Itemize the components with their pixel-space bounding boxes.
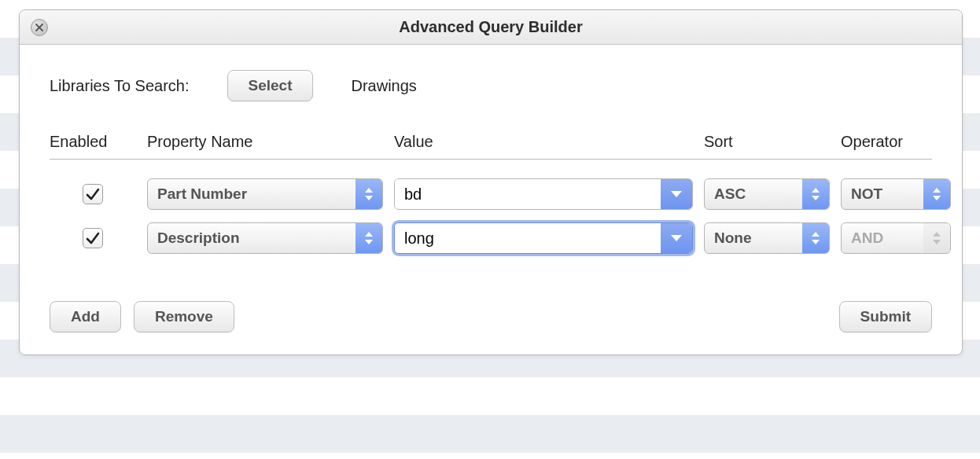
svg-marker-15 (933, 240, 941, 244)
enabled-checkbox[interactable] (83, 228, 103, 248)
select-button-label: Select (249, 77, 293, 94)
sort-select[interactable]: None (704, 222, 830, 254)
stepper-arrows-icon (356, 179, 382, 209)
close-icon (35, 24, 43, 31)
sort-select-value: ASC (705, 179, 802, 209)
column-headers: Enabled Property Name Value Sort Operato… (50, 133, 932, 160)
svg-marker-4 (671, 191, 682, 197)
svg-marker-7 (933, 188, 941, 193)
header-operator: Operator (841, 133, 951, 151)
add-button[interactable]: Add (50, 301, 121, 332)
property-select[interactable]: Description (147, 222, 383, 254)
enabled-cell (50, 184, 136, 204)
libraries-label: Libraries To Search: (50, 77, 190, 95)
svg-marker-13 (812, 240, 820, 244)
svg-marker-12 (812, 232, 820, 237)
header-sort: Sort (704, 133, 830, 151)
svg-marker-14 (933, 232, 941, 237)
stepper-arrows-icon (802, 179, 829, 209)
sort-select[interactable]: ASC (704, 178, 830, 210)
header-property: Property Name (147, 133, 383, 151)
svg-marker-6 (812, 196, 820, 200)
select-libraries-button[interactable]: Select (227, 70, 314, 101)
selected-library: Drawings (351, 77, 416, 95)
add-button-label: Add (71, 308, 100, 325)
dialog-title: Advanced Query Builder (20, 18, 962, 36)
value-combo[interactable] (394, 178, 693, 210)
rows-container: Part NumberASCNOTDescriptionNoneAND (50, 178, 932, 254)
stepper-arrows-icon (923, 223, 950, 253)
svg-marker-11 (671, 235, 682, 241)
operator-select: AND (841, 222, 951, 254)
enabled-cell (50, 228, 136, 248)
stepper-arrows-icon (356, 223, 382, 253)
svg-marker-2 (365, 188, 373, 193)
enabled-checkbox[interactable] (83, 184, 103, 204)
svg-marker-3 (365, 196, 373, 200)
svg-marker-10 (365, 240, 373, 244)
remove-button-label: Remove (155, 308, 213, 325)
value-dropdown-button[interactable] (661, 179, 692, 209)
property-select-value: Part Number (148, 179, 356, 209)
stepper-arrows-icon (802, 223, 829, 253)
stepper-arrows-icon (923, 179, 950, 209)
value-dropdown-button[interactable] (661, 223, 692, 253)
svg-marker-5 (812, 188, 820, 193)
value-input[interactable] (395, 223, 661, 253)
operator-select[interactable]: NOT (841, 178, 951, 210)
value-combo[interactable] (394, 222, 693, 254)
operator-select-value: AND (842, 223, 923, 253)
value-input[interactable] (395, 179, 661, 209)
libraries-row: Libraries To Search: Select Drawings (50, 70, 932, 101)
svg-marker-8 (933, 196, 941, 200)
dialog-window: Advanced Query Builder Libraries To Sear… (19, 9, 963, 355)
close-button[interactable] (31, 19, 48, 36)
submit-button[interactable]: Submit (839, 301, 932, 332)
criteria-row: DescriptionNoneAND (50, 222, 932, 254)
header-value: Value (394, 133, 693, 151)
remove-button[interactable]: Remove (134, 301, 234, 332)
criteria-row: Part NumberASCNOT (50, 178, 932, 210)
operator-select-value: NOT (842, 179, 923, 209)
svg-marker-9 (365, 232, 373, 237)
submit-button-label: Submit (860, 308, 911, 325)
dialog-body: Libraries To Search: Select Drawings Ena… (20, 45, 962, 354)
sort-select-value: None (705, 223, 802, 253)
property-select-value: Description (148, 223, 356, 253)
header-enabled: Enabled (50, 133, 136, 151)
title-bar: Advanced Query Builder (20, 10, 962, 45)
footer-buttons: Add Remove Submit (50, 301, 932, 332)
property-select[interactable]: Part Number (147, 178, 383, 210)
